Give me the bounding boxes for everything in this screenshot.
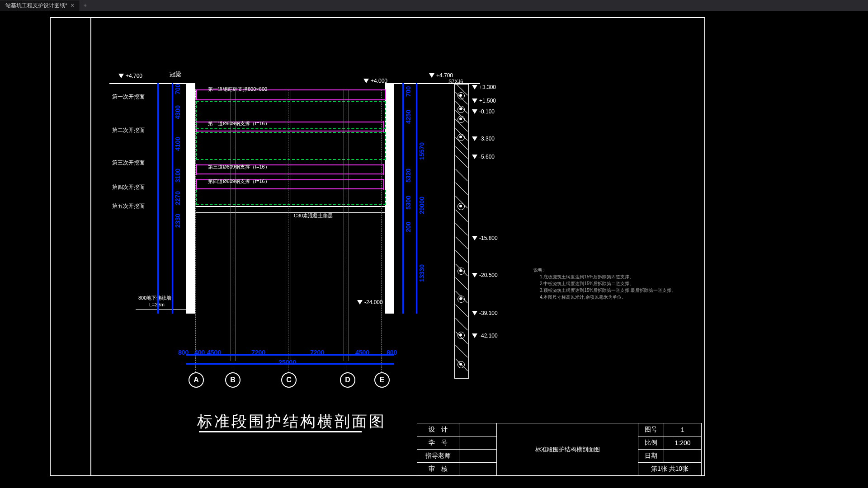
axis-b-line (233, 90, 233, 372)
tb-center: 标准段围护结构横剖面图 (497, 423, 638, 476)
axis-e-label: E (380, 376, 385, 384)
soil-elev-1: +1.500 (479, 98, 496, 104)
column-post-c (286, 90, 291, 361)
hdim-total-val: 25000 (278, 359, 296, 366)
vdim-r-5: 200 (405, 222, 412, 232)
vdim-left-outer (157, 83, 159, 314)
soil-mark-9 (458, 361, 465, 368)
vdim-r-7: 13330 (418, 264, 425, 282)
file-tab[interactable]: 站基坑工程支护设计图纸* × (0, 0, 80, 11)
soil-mark-5 (458, 203, 465, 210)
hdim-5: 800 (387, 349, 397, 356)
axis-e: E (374, 372, 390, 388)
exc-label-2: 第二次开挖面 (112, 127, 145, 134)
column-post-d (344, 90, 349, 361)
diaphragm-wall-left (186, 83, 195, 314)
hdim-0: 800 (178, 349, 189, 356)
tb-row-3-val (459, 463, 497, 476)
note-3: 3.顶板浇筑土纲度达到15%后拆除第一道支撑,最后拆除第一道支撑。 (540, 287, 676, 294)
title-underline1 (199, 431, 362, 432)
dwall-label: 800地下连续墙 (138, 295, 171, 301)
vdim-r-1: 4250 (405, 110, 412, 124)
hdim-3: 7200 (310, 349, 324, 356)
tab-title: 站基坑工程支护设计图纸* (5, 2, 67, 9)
soil-mark-4 (458, 134, 465, 141)
tb-row-0-val (459, 423, 497, 436)
soil-elev-2: -0.100 (479, 108, 495, 115)
vdim-left-chain (172, 83, 173, 314)
tb-r-0-l: 图号 (638, 423, 664, 436)
excavation-zone-3 (196, 190, 386, 205)
app-tabbar: 站基坑工程支护设计图纸* × + (0, 0, 868, 11)
tb-r-2-v (664, 450, 702, 463)
dwall-leader (136, 309, 186, 310)
vdim-r-3: 5320 (405, 169, 412, 183)
note-2: 2.中板浇筑土纲度达到15%后拆除第二道支撑。 (540, 280, 676, 287)
hdim-6: 400 (194, 349, 205, 356)
axis-b: B (225, 372, 241, 388)
axis-c-label: C (286, 376, 292, 384)
strut2-label: 第二道Ø609钢支撑（t=16） (208, 120, 270, 127)
note-1: 1.底板浇筑土纲度达到15%后拆除第四道支撑。 (540, 273, 676, 280)
tb-row-1-val (459, 436, 497, 450)
sheet-border-inner (90, 17, 705, 476)
strut3-label: 第三道Ø609钢支撑（t=16） (208, 164, 270, 170)
tb-r-1-l: 比例 (638, 436, 664, 450)
crown-beam-left-icon: ✕ (187, 89, 196, 99)
drawing-title: 标准段围护结构横剖面图 (197, 411, 386, 432)
axis-a-label: A (193, 376, 199, 384)
elev-top-left: +4.700 (126, 73, 142, 79)
axis-e-line (381, 90, 382, 372)
vdim-l-4: 2270 (174, 191, 181, 205)
vdim-r-6: 29000 (418, 197, 425, 214)
soil-mark-6 (458, 267, 465, 275)
vdim-r-0: 700 (405, 86, 412, 97)
tb-r-0-v: 1 (664, 423, 702, 436)
hdim-2: 7200 (251, 349, 265, 356)
soil-elev-7: -39.100 (479, 310, 498, 316)
notes-block: 说明: 1.底板浇筑土纲度达到15%后拆除第四道支撑。 2.中板浇筑土纲度达到1… (533, 267, 676, 300)
elev-bottom: -24.000 (364, 299, 383, 305)
excavation-zone-2 (196, 132, 386, 160)
notes-header: 说明: (533, 267, 676, 273)
vdim-r-2: 15570 (418, 142, 425, 160)
axis-d: D (340, 372, 355, 388)
crown-beam-label: 冠梁 (170, 70, 181, 79)
tb-row-2-label: 指导老师 (417, 450, 459, 463)
soil-elev-6: -20.500 (479, 272, 498, 278)
new-tab-button[interactable]: + (80, 2, 90, 9)
elev-top-right2: +4.700 (436, 72, 453, 79)
axis-a-line (195, 90, 196, 372)
plus-icon: + (84, 2, 87, 9)
column-post-b (231, 90, 236, 361)
soil-elev-4: -5.600 (479, 154, 495, 160)
axis-b-label: B (230, 376, 236, 384)
soil-elev-8: -42.100 (479, 333, 498, 339)
tb-sheet: 第1张 共10张 (638, 463, 702, 476)
soil-mark-1 (458, 92, 465, 99)
exc-label-4: 第四次开挖面 (112, 183, 145, 191)
vdim-right-chain (402, 83, 404, 314)
axis-a: A (189, 372, 204, 388)
axis-c: C (281, 372, 297, 388)
vdim-l-2: 4100 (174, 137, 181, 151)
soil-mark-8 (458, 332, 465, 339)
tb-row-2-val (459, 450, 497, 463)
vdim-right-outer (416, 83, 417, 314)
close-icon[interactable]: × (71, 2, 74, 9)
title-block-table: 设 计 标准段围护结构横剖面图 图号 1 学 号 比例 1:200 指导老师 日… (417, 423, 702, 476)
vdim-r-4: 5300 (405, 196, 412, 210)
soil-elev-0: +3.300 (479, 84, 496, 90)
exc-label-3: 第三次开挖面 (112, 159, 145, 167)
soil-elev-5: -15.800 (479, 235, 498, 241)
diaphragm-wall-right (385, 83, 394, 314)
title-block: 设 计 标准段围护结构横剖面图 图号 1 学 号 比例 1:200 指导老师 日… (417, 423, 702, 476)
elev-top-right: +4.000 (371, 78, 387, 84)
strut1-label: 第一道钢筋砼支撑800×800 (208, 86, 267, 93)
note-4: 4.本图尺寸标高以米计,余项以毫米为单位。 (540, 294, 676, 300)
tb-row-1-label: 学 号 (417, 436, 459, 450)
vdim-l-5: 2330 (174, 214, 181, 228)
hdim-4: 4500 (355, 349, 369, 356)
soil-elev-3: -3.300 (479, 136, 495, 142)
soil-mark-3 (458, 116, 465, 123)
